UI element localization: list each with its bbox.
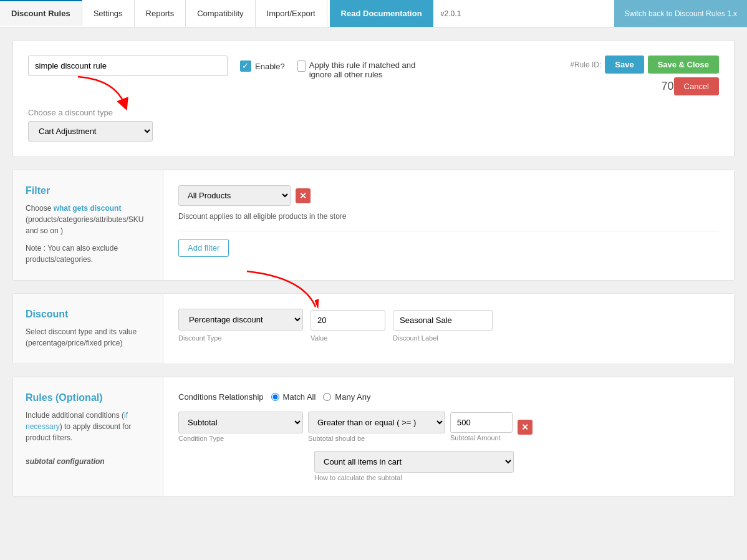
tab-compatibility[interactable]: Compatibility <box>186 0 255 27</box>
filter-title: Filter <box>26 185 150 196</box>
discount-fields: Percentage discount Fixed discount Fixed… <box>178 309 719 342</box>
filter-type-select[interactable]: All Products Specific Products Product C… <box>178 185 291 206</box>
discount-section-left: Discount Select discount type and its va… <box>13 294 163 364</box>
condition-value-col: Subtotal Amount <box>450 412 513 442</box>
tab-reports[interactable]: Reports <box>135 0 186 27</box>
top-navigation: Discount Rules Settings Reports Compatib… <box>0 0 747 27</box>
save-close-button[interactable]: Save & Close <box>648 56 719 74</box>
condition-operator-col: Greater than or equal ( >= ) Less than o… <box>308 412 445 442</box>
discount-type-label: Choose a discount type <box>28 108 153 117</box>
enable-label: Enable? <box>255 62 285 71</box>
match-all-radio[interactable] <box>271 393 279 401</box>
rules-section: Rules (Optional) Include additional cond… <box>12 377 735 497</box>
tab-import-export[interactable]: Import/Export <box>256 0 327 27</box>
discount-type-select[interactable]: Cart Adjustment Product Discount Buy X G… <box>28 121 153 142</box>
rule-id-group: #Rule ID: Save Save & Close 70 Cancel <box>570 56 719 95</box>
discount-label-input[interactable] <box>393 310 493 331</box>
version-label: v2.0.1 <box>433 0 469 27</box>
condition-remove-button[interactable]: ✕ <box>518 420 533 435</box>
tab-label: Settings <box>94 9 123 18</box>
many-any-radio-group: Many Any <box>323 392 370 402</box>
operator-sublabel: Subtotal should be <box>308 435 445 442</box>
condition-value-input[interactable] <box>450 412 513 433</box>
apply-checkbox[interactable] <box>297 60 306 72</box>
filter-section-right: All Products Specific Products Product C… <box>163 170 734 280</box>
tab-discount-rules[interactable]: Discount Rules <box>0 0 82 27</box>
discount-title: Discount <box>26 309 150 320</box>
filter-section: Filter Choose what gets discount (produc… <box>12 170 735 281</box>
filter-hint: Discount applies to all eligible product… <box>178 212 719 221</box>
tab-label: Compatibility <box>197 9 243 18</box>
value-sublabel: Subtotal Amount <box>450 434 513 442</box>
condition-type-sublabel: Condition Type <box>178 435 303 442</box>
discount-type-section: Choose a discount type Cart Adjustment P… <box>28 108 719 142</box>
discount-label-field: Discount Label <box>393 310 493 342</box>
rules-annotation: subtotal configuration <box>26 456 150 467</box>
filter-section-left: Filter Choose what gets discount (produc… <box>13 170 163 280</box>
rule-settings-card: Enable? Apply this rule if matched and i… <box>12 40 735 157</box>
many-any-radio[interactable] <box>323 393 331 401</box>
subtotal-calc-label: How to calculate the subtotal <box>314 474 719 481</box>
many-any-label: Many Any <box>335 392 370 402</box>
tab-settings[interactable]: Settings <box>82 0 135 27</box>
rule-name-input[interactable] <box>28 56 228 76</box>
enable-checkbox[interactable] <box>240 60 251 72</box>
tab-label: Discount Rules <box>11 9 70 18</box>
discount-type-sublabel: Discount Type <box>178 334 303 342</box>
match-all-radio-group: Match All <box>271 392 316 402</box>
divider <box>178 231 719 231</box>
condition-type-select[interactable]: Subtotal Cart Item Count Product Quantit… <box>178 412 303 433</box>
match-all-label: Match All <box>283 392 316 402</box>
rule-id-value: 70 <box>662 80 674 93</box>
tab-label: Import/Export <box>267 9 316 18</box>
condition-row: Subtotal Cart Item Count Product Quantit… <box>178 412 719 442</box>
subtotal-calc-group: Count all items in cart Count unique ite… <box>314 447 719 481</box>
enable-group: Enable? <box>240 60 285 72</box>
filter-remove-button[interactable]: ✕ <box>296 188 311 203</box>
apply-group: Apply this rule if matched and ignore al… <box>297 60 435 79</box>
rule-name-row: Enable? Apply this rule if matched and i… <box>28 56 719 95</box>
discount-section: Discount Select discount type and its va… <box>12 293 735 364</box>
tab-label: Reports <box>146 9 175 18</box>
apply-label: Apply this rule if matched and ignore al… <box>309 60 435 79</box>
discount-label-sublabel: Discount Label <box>393 334 493 342</box>
rule-id-label: #Rule ID: <box>570 60 601 69</box>
condition-type-col: Subtotal Cart Item Count Product Quantit… <box>178 412 303 442</box>
filter-description: Choose what gets discount (products/cate… <box>26 203 150 236</box>
discount-section-right: Percentage discount Fixed discount Fixed… <box>163 294 734 364</box>
condition-operator-select[interactable]: Greater than or equal ( >= ) Less than o… <box>308 412 445 433</box>
add-filter-button[interactable]: Add filter <box>178 239 229 257</box>
action-buttons: Save Save & Close <box>605 56 719 74</box>
switch-back-button[interactable]: Switch back to Discount Rules 1.x <box>614 0 747 27</box>
discount-type-dropdown[interactable]: Percentage discount Fixed discount Fixed… <box>178 309 303 331</box>
rules-description: Include additional conditions (if necess… <box>26 410 150 443</box>
conditions-relationship-label: Conditions Relationship <box>178 392 264 402</box>
cancel-button[interactable]: Cancel <box>674 77 719 95</box>
read-documentation-button[interactable]: Read Documentation <box>330 0 433 27</box>
main-content: Enable? Apply this rule if matched and i… <box>0 27 747 522</box>
discount-value-sublabel: Value <box>311 334 385 342</box>
rules-title: Rules (Optional) <box>26 392 150 403</box>
subtotal-calc-select[interactable]: Count all items in cart Count unique ite… <box>314 451 514 473</box>
filter-note: Note : You can also exclude products/cat… <box>26 243 150 265</box>
discount-value-field: Value <box>311 310 385 342</box>
discount-value-input[interactable] <box>311 310 385 331</box>
rules-section-right: Conditions Relationship Match All Many A… <box>163 377 734 496</box>
conditions-relationship: Conditions Relationship Match All Many A… <box>178 392 719 402</box>
discount-type-field: Percentage discount Fixed discount Fixed… <box>178 309 303 342</box>
discount-description: Select discount type and its value (perc… <box>26 326 150 349</box>
filter-row: All Products Specific Products Product C… <box>178 185 719 206</box>
save-button[interactable]: Save <box>605 56 643 74</box>
rules-section-left: Rules (Optional) Include additional cond… <box>13 377 163 496</box>
